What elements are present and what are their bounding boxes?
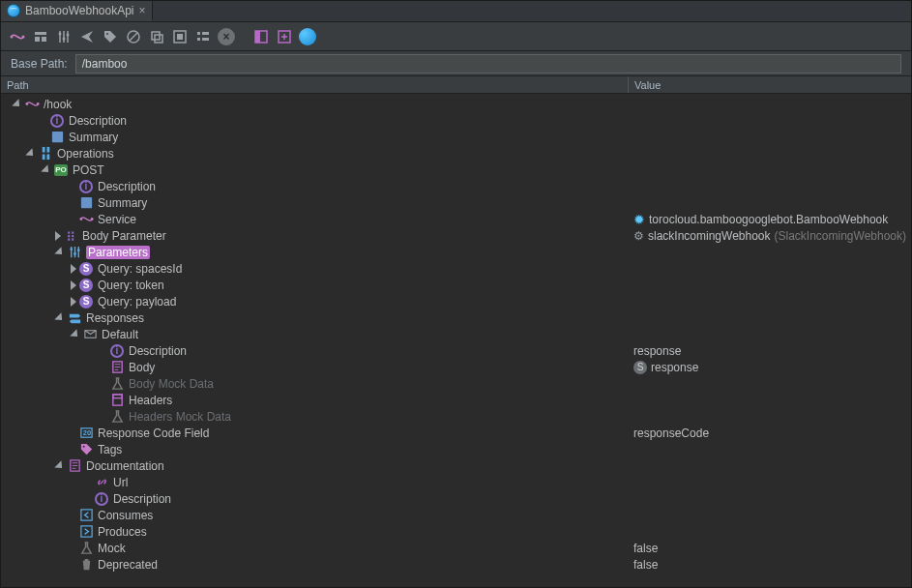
svg-rect-10: [152, 32, 160, 40]
circle-slash-icon[interactable]: [125, 28, 142, 45]
svg-point-46: [82, 446, 84, 448]
node-label: Body Mock Data: [129, 377, 214, 391]
node-label: Url: [113, 476, 128, 489]
node-label: Operations: [57, 147, 114, 161]
base-path-input[interactable]: [75, 54, 901, 74]
tree-node-post-summary[interactable]: Summary: [1, 194, 911, 211]
value-text: response: [651, 361, 698, 374]
expand-icon[interactable]: [54, 247, 65, 257]
frame-icon[interactable]: [171, 28, 189, 45]
tree-node-query-spacesid[interactable]: S Query: spacesId: [1, 260, 911, 277]
tree-node-hook[interactable]: /hook: [1, 96, 911, 112]
expand-icon[interactable]: [41, 164, 51, 175]
tree-node-default[interactable]: Default: [1, 326, 911, 342]
svg-rect-13: [177, 34, 183, 40]
node-label: POST: [73, 163, 104, 177]
flask-icon: [109, 376, 125, 392]
tree-node-tags[interactable]: Tags: [1, 441, 911, 457]
svg-text:20: 20: [82, 428, 90, 437]
node-label: Produces: [98, 525, 147, 539]
value-text: slackIncomingWebhook: [648, 229, 771, 243]
tree-node-response-code-field[interactable]: 20 Response Code Field responseCode: [1, 425, 911, 441]
tree-node-description[interactable]: Description: [1, 112, 911, 129]
tree-node-headers-mock-data[interactable]: Headers Mock Data: [1, 408, 911, 425]
tree-area[interactable]: /hook Description Summary Operations PO …: [1, 94, 911, 587]
info-icon: [94, 491, 109, 507]
svg-rect-25: [53, 136, 61, 138]
tree-node-post-description[interactable]: Description: [1, 178, 911, 194]
tree-node-documentation[interactable]: Documentation: [1, 457, 911, 474]
duplicate-icon[interactable]: [148, 28, 165, 45]
expand-icon[interactable]: [25, 148, 36, 159]
expand-icon[interactable]: [12, 99, 22, 109]
svg-rect-17: [202, 38, 209, 41]
send-icon[interactable]: [78, 28, 96, 45]
editor-tab[interactable]: BambooWebhookApi ×: [1, 1, 153, 21]
node-label: Default: [102, 328, 138, 341]
expand-icon[interactable]: [71, 280, 76, 290]
string-type-icon: S: [633, 361, 647, 374]
documentation-icon: [67, 458, 82, 474]
node-label: Description: [113, 492, 171, 506]
svg-rect-3: [35, 37, 40, 42]
tree-node-body-mock-data[interactable]: Body Mock Data: [1, 375, 911, 392]
node-label: Description: [69, 114, 127, 128]
tree-node-summary[interactable]: Summary: [1, 129, 911, 145]
tag-icon[interactable]: [102, 28, 119, 45]
value-column-header[interactable]: Value: [628, 76, 911, 93]
delete-round-icon[interactable]: ×: [218, 28, 235, 45]
svg-point-7: [67, 33, 70, 36]
base-path-label: Base Path:: [11, 57, 68, 71]
panel-add-icon[interactable]: [276, 28, 293, 45]
tree-node-query-token[interactable]: S Query: token: [1, 277, 911, 293]
tree-node-deprecated[interactable]: Deprecated false: [1, 556, 911, 573]
tree-node-resp-headers[interactable]: Headers: [1, 392, 911, 408]
tree-node-operations[interactable]: Operations: [1, 145, 911, 162]
gears-icon: ⚙: [633, 229, 644, 243]
tree-node-doc-description[interactable]: Description: [1, 490, 911, 507]
tree-node-body-parameter[interactable]: ⁝⁝ Body Parameter ⚙ slackIncomingWebhook…: [1, 227, 911, 244]
expand-icon[interactable]: [70, 329, 80, 339]
path-column-header[interactable]: Path: [1, 76, 628, 93]
svg-rect-42: [112, 395, 121, 405]
refresh-globe-icon[interactable]: [299, 28, 316, 45]
value-cell: false: [633, 558, 658, 572]
expand-icon[interactable]: [55, 231, 61, 241]
editor-toolbar: ×: [1, 22, 911, 51]
svg-rect-14: [197, 32, 200, 35]
path-icon[interactable]: [9, 28, 26, 45]
expand-icon[interactable]: [54, 460, 65, 471]
expand-icon[interactable]: [54, 312, 65, 323]
svg-point-38: [74, 252, 76, 255]
panel-left-icon[interactable]: [252, 28, 270, 45]
tree-node-post[interactable]: PO POST: [1, 162, 911, 178]
tree-node-resp-body[interactable]: Body S response: [1, 359, 911, 375]
parameters-icon: [67, 245, 82, 260]
value-cell: S response: [633, 361, 698, 374]
tree-node-service[interactable]: Service ✹ torocloud.bamboogooglebot.Bamb…: [1, 211, 911, 227]
tree-node-resp-description[interactable]: Description response: [1, 342, 911, 359]
tree-node-doc-url[interactable]: Url: [1, 474, 911, 490]
svg-point-5: [59, 32, 62, 35]
value-cell: responseCode: [633, 426, 709, 440]
svg-rect-32: [82, 199, 90, 201]
expand-icon[interactable]: [71, 297, 76, 307]
info-icon: [78, 179, 94, 194]
value-cell: ⚙ slackIncomingWebhook (SlackIncomingWeb…: [633, 229, 906, 243]
tree-node-responses[interactable]: Responses: [1, 309, 911, 326]
tree-node-query-payload[interactable]: S Query: payload: [1, 293, 911, 309]
list-icon[interactable]: [194, 28, 212, 45]
tree-node-consumes[interactable]: Consumes: [1, 507, 911, 523]
sliders-icon[interactable]: [55, 28, 73, 45]
tree-node-mock[interactable]: Mock false: [1, 540, 911, 556]
tree-node-produces[interactable]: Produces: [1, 523, 911, 540]
value-text: false: [633, 542, 658, 555]
expand-icon[interactable]: [71, 264, 76, 274]
tree-node-parameters[interactable]: Parameters: [1, 244, 911, 260]
flask-icon: [109, 409, 125, 425]
close-icon[interactable]: ×: [139, 4, 146, 17]
svg-rect-15: [202, 32, 209, 35]
layout-icon[interactable]: [32, 28, 49, 45]
path-icon: [24, 97, 40, 112]
svg-rect-24: [53, 133, 61, 135]
